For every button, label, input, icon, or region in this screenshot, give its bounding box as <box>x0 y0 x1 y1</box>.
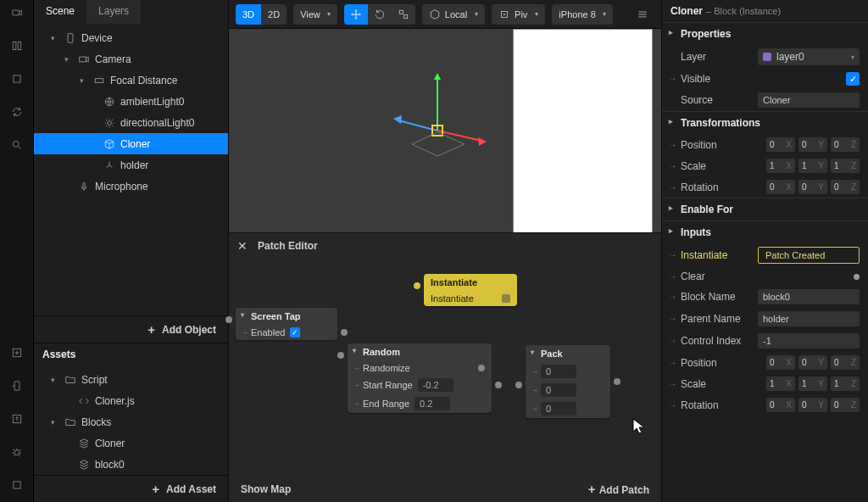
section-properties[interactable]: Properties <box>662 22 868 45</box>
svg-rect-10 <box>68 33 73 42</box>
block-name-field[interactable]: block0 <box>758 289 860 304</box>
split-view-icon[interactable] <box>11 40 23 54</box>
add-object-button[interactable]: +Add Object <box>34 315 228 343</box>
sun-icon <box>103 117 115 129</box>
tree-row[interactable]: ▾Camera <box>34 48 228 70</box>
svg-marker-21 <box>434 73 441 80</box>
assets-panel: Assets ▾Script Cloner.js ▾Blocks Cloner … <box>34 343 228 502</box>
svg-rect-16 <box>399 10 403 14</box>
svg-rect-9 <box>13 482 19 488</box>
tree-row[interactable]: ▾Blocks <box>34 411 228 432</box>
viewport[interactable] <box>229 29 661 232</box>
rotate-tool-icon[interactable] <box>368 4 392 25</box>
control-index-field[interactable]: -1 <box>758 333 860 349</box>
input-rotation-xyz[interactable]: 0X0Y0Z <box>766 398 860 412</box>
local-dropdown[interactable]: Local <box>422 4 485 25</box>
send-to-device-icon[interactable] <box>11 380 23 394</box>
minimize-icon[interactable] <box>11 479 23 494</box>
svg-point-4 <box>13 141 19 147</box>
section-transformations[interactable]: Transformations <box>662 111 868 134</box>
tab-layers[interactable]: Layers <box>86 0 141 24</box>
node-screen-tap[interactable]: Screen Tap Enabled✓ <box>236 308 337 340</box>
scale-xyz[interactable]: 1X1Y1Z <box>766 159 860 173</box>
patch-editor-title: Patch Editor <box>258 240 318 252</box>
checkbox-icon[interactable]: ✓ <box>290 327 300 337</box>
scale-tool-icon[interactable] <box>392 4 415 25</box>
svg-point-14 <box>108 120 112 125</box>
folder-icon <box>64 416 76 428</box>
add-panel-icon[interactable] <box>11 347 23 361</box>
patch-canvas[interactable]: Screen Tap Enabled✓ Instantiate Instanti… <box>229 259 661 477</box>
refresh-icon[interactable] <box>11 106 23 120</box>
camera-tool-icon[interactable] <box>11 7 23 21</box>
close-patch-icon[interactable]: ✕ <box>237 239 248 253</box>
svg-marker-25 <box>393 115 402 124</box>
viewport-toolbar: 3D 2D View Local Piv iPhone 8 <box>229 0 661 29</box>
search-icon[interactable] <box>11 139 23 153</box>
svg-rect-6 <box>14 382 19 391</box>
add-asset-button[interactable]: +Add Asset <box>34 475 228 502</box>
move-tool-icon[interactable] <box>344 4 368 25</box>
svg-point-8 <box>14 450 19 455</box>
tab-scene[interactable]: Scene <box>34 0 86 24</box>
input-position-xyz[interactable]: 0X0Y0Z <box>766 355 860 370</box>
input-scale-xyz[interactable]: 1X1Y1Z <box>766 376 860 391</box>
svg-rect-11 <box>80 57 86 62</box>
svg-point-19 <box>504 14 504 14</box>
focal-icon <box>93 75 105 86</box>
svg-rect-1 <box>13 42 16 49</box>
clear-trigger[interactable] <box>854 274 860 280</box>
section-inputs[interactable]: Inputs <box>662 220 868 243</box>
inspector: Cloner– Block (Instance) Properties Laye… <box>661 0 868 502</box>
tree-row[interactable]: holder <box>34 154 228 176</box>
tree-row[interactable]: Cloner.js <box>34 390 228 411</box>
upload-icon[interactable] <box>11 413 23 427</box>
transform-gizmo-icon <box>387 63 505 165</box>
visible-checkbox[interactable]: ✓ <box>846 72 860 86</box>
node-pack[interactable]: Pack 0 0 0 <box>526 345 610 418</box>
tree-row[interactable]: Microphone <box>34 176 228 197</box>
tree-row[interactable]: ▾Script <box>34 369 228 390</box>
tree-row-selected[interactable]: Cloner <box>34 133 228 154</box>
hierarchy-column: Scene Layers ▾Device ▾Camera ▾Focal Dist… <box>34 0 229 502</box>
camera-icon <box>78 53 90 65</box>
tree-row[interactable]: block0 <box>34 454 228 475</box>
svg-rect-3 <box>13 75 19 82</box>
svg-rect-17 <box>403 14 407 18</box>
node-random[interactable]: Random Randomize Start Range-0.2 End Ran… <box>348 343 492 413</box>
tree-row[interactable]: ▾Focal Distance <box>34 70 228 91</box>
code-icon <box>78 395 90 407</box>
instantiate-patch-button[interactable]: Patch Created <box>758 247 860 264</box>
show-map-button[interactable]: Show Map <box>241 483 291 495</box>
section-enable-for[interactable]: Enable For <box>662 198 868 220</box>
view-3d-button[interactable]: 3D <box>236 4 261 25</box>
patch-editor: ✕ Patch Editor Screen Tap Enabled✓ Insta… <box>229 232 661 502</box>
cursor-icon <box>632 418 648 435</box>
source-field[interactable]: Cloner <box>758 92 860 108</box>
square-icon[interactable] <box>11 73 23 87</box>
tree-row[interactable]: ▾Device <box>34 27 228 48</box>
device-icon <box>64 32 76 44</box>
pivot-dropdown[interactable]: Piv <box>492 4 545 25</box>
tree-row[interactable]: ambientLight0 <box>34 91 228 112</box>
node-instantiate[interactable]: Instantiate Instantiate <box>424 274 517 306</box>
tree-row[interactable]: Cloner <box>34 432 228 454</box>
bug-icon[interactable] <box>11 446 23 460</box>
tree-row[interactable]: directionalLight0 <box>34 112 228 133</box>
hamburger-icon[interactable] <box>631 4 654 25</box>
center-area: 3D 2D View Local Piv iPhone 8 <box>229 0 661 502</box>
svg-rect-15 <box>83 182 85 187</box>
view-2d-button[interactable]: 2D <box>261 4 287 25</box>
parent-name-field[interactable]: holder <box>758 311 860 326</box>
add-patch-button[interactable]: + Add Patch <box>588 482 649 496</box>
rotation-xyz[interactable]: 0X0Y0Z <box>766 180 860 194</box>
axes-icon <box>103 159 115 171</box>
svg-rect-2 <box>18 42 21 49</box>
position-xyz[interactable]: 0X0Y0Z <box>766 137 860 152</box>
device-dropdown[interactable]: iPhone 8 <box>552 4 612 25</box>
view-dropdown[interactable]: View <box>293 4 337 25</box>
cube-icon <box>103 138 115 150</box>
layer-dropdown[interactable]: layer0 <box>758 48 860 65</box>
stack-icon <box>78 438 90 449</box>
svg-marker-23 <box>478 137 487 146</box>
